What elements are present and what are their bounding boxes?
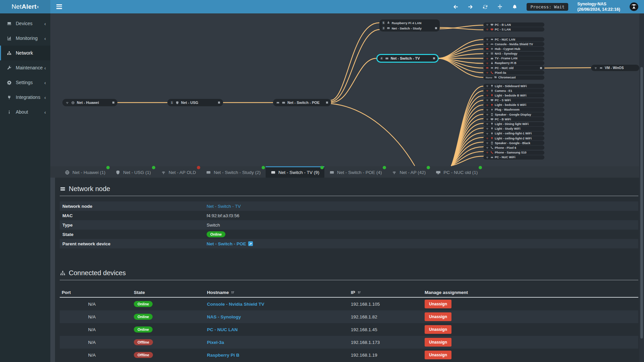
refresh-icon[interactable] bbox=[482, 4, 488, 10]
hamburger-menu-icon[interactable] bbox=[56, 3, 62, 10]
device-pill[interactable]: Camera - E1 bbox=[483, 88, 544, 93]
network-node-pill[interactable]: 5 Raspberry Pi 4 LAN bbox=[379, 20, 440, 25]
device-label: Light - ceiling-light-1 WiFi bbox=[495, 132, 532, 135]
plug-icon bbox=[490, 108, 494, 112]
sort-icon[interactable] bbox=[231, 290, 235, 294]
device-pill[interactable]: Raspberry Pi B bbox=[483, 61, 544, 65]
device-pill[interactable]: Hub - Cygnet Hub bbox=[483, 47, 544, 51]
node-net-switch-poe[interactable]: Net - Switch - POE bbox=[273, 99, 331, 106]
hostname-link[interactable]: Pixel-3a bbox=[207, 340, 351, 345]
state-badge: Online bbox=[134, 314, 153, 320]
ip-cell: 192.168.1.173 bbox=[351, 340, 425, 345]
device-label: Speaker - Google - Black bbox=[495, 141, 530, 145]
unassign-button[interactable]: Unassign bbox=[425, 338, 451, 347]
device-pill[interactable]: Light - bedside B WiFi bbox=[483, 93, 544, 98]
device-pill[interactable]: Light - bedside S WiFi bbox=[483, 103, 544, 107]
col-hostname: Hostname bbox=[207, 290, 229, 295]
node-net-switch-tv-selected[interactable]: 4 Net - Switch - TV bbox=[376, 54, 439, 63]
device-pill[interactable]: PC - NUC LAN bbox=[483, 37, 544, 42]
device-pill[interactable]: PC - B WiFi bbox=[483, 117, 544, 121]
network-tab[interactable]: PC - NUC old (1) bbox=[431, 166, 483, 178]
device-label: Console - Nvidia Shield TV bbox=[495, 43, 533, 46]
detail-link[interactable]: Net - Switch - TV bbox=[207, 204, 241, 209]
sort-icon[interactable] bbox=[357, 290, 361, 294]
node-net-usg[interactable]: 1 Net - USG bbox=[167, 99, 223, 106]
eth-icon bbox=[490, 38, 494, 41]
node-vm-winos[interactable]: VM - WinOS bbox=[591, 65, 639, 71]
arrow-right-icon[interactable] bbox=[468, 4, 473, 10]
topbar: NetAlertx Process: Wait Synology-NAS (26… bbox=[0, 0, 644, 13]
device-pill[interactable]: PC - B LAN bbox=[483, 22, 544, 27]
device-pill[interactable]: Light - Sideboard WiFi bbox=[483, 84, 544, 88]
unassign-button[interactable]: Unassign bbox=[425, 325, 451, 334]
external-link-icon[interactable]: ↗ bbox=[248, 241, 253, 246]
device-pill[interactable]: PC - S LAN bbox=[483, 27, 544, 32]
hostname-link[interactable]: PC - NUC LAN bbox=[207, 327, 351, 332]
network-topology-diagram[interactable]: Net - Huawei 1 Net - USG Net - Switch - … bbox=[50, 13, 644, 166]
node-label: Net - USG bbox=[181, 101, 198, 105]
unassign-button[interactable]: Unassign bbox=[425, 300, 451, 308]
app-logo[interactable]: NetAlertx bbox=[0, 0, 50, 13]
device-pill[interactable]: Console - Nvidia Shield TV bbox=[483, 42, 544, 46]
device-pill[interactable]: Speaker - Google Display bbox=[483, 112, 544, 117]
sidebar-item[interactable]: Maintenance ‹ bbox=[0, 60, 50, 75]
sidebar-item[interactable]: Settings ‹ bbox=[0, 75, 50, 90]
hostname-link[interactable]: Console - Nvidia Shield TV bbox=[207, 302, 351, 307]
parent-node-link[interactable]: Net - Switch - POE bbox=[207, 241, 246, 246]
device-pill[interactable]: Light - ceiling-light-1 WiFi bbox=[483, 131, 544, 136]
device-pill[interactable]: Light - Dining light WiFi bbox=[483, 122, 544, 126]
bell-icon[interactable] bbox=[512, 4, 518, 10]
hostname-link[interactable]: NAS - Synology bbox=[207, 314, 351, 319]
device-pill[interactable]: PC - NUC old bbox=[483, 66, 544, 70]
tab-label: Net - Huawei (1) bbox=[72, 170, 105, 175]
eth-icon bbox=[490, 66, 494, 70]
network-tab[interactable]: Net - USG (1) bbox=[110, 166, 156, 178]
network-tab[interactable]: Net - AP OLD bbox=[156, 166, 201, 178]
sidebar-item[interactable]: Network ‹ bbox=[0, 46, 50, 60]
count-badge: 3 bbox=[382, 26, 385, 30]
avatar[interactable] bbox=[629, 2, 639, 11]
device-pill[interactable]: PC - NUC WiFi bbox=[483, 155, 544, 160]
sidebar-item[interactable]: Devices ‹ bbox=[0, 16, 50, 31]
sidebar-item[interactable]: Monitoring ‹ bbox=[0, 31, 50, 46]
hostname-link[interactable]: Raspberry Pi B bbox=[207, 353, 351, 358]
device-pill[interactable]: Phone - Samsung S10 bbox=[483, 150, 544, 155]
sidebar-item[interactable]: About ‹ bbox=[0, 105, 50, 119]
network-tab[interactable]: Net - Switch - POE (4) bbox=[324, 166, 387, 178]
device-label: PC - S WiFi bbox=[495, 99, 511, 102]
device-pill[interactable]: Plug - Washroom bbox=[483, 108, 544, 112]
network-tab[interactable]: Net - Switch - Study (2) bbox=[201, 166, 266, 178]
content-scrollbar-track[interactable] bbox=[50, 178, 55, 362]
unassign-button[interactable]: Unassign bbox=[425, 312, 451, 321]
raspberry-icon bbox=[490, 62, 494, 65]
device-pill[interactable]: Pixel-3a bbox=[483, 70, 544, 75]
arrow-left-icon[interactable] bbox=[453, 4, 459, 10]
unassign-button[interactable]: Unassign bbox=[425, 351, 451, 359]
wifi-icon bbox=[65, 101, 69, 105]
device-pill[interactable]: Light - ceiling-light-2 WiFi bbox=[483, 136, 544, 140]
device-pill[interactable]: TV - Frame LAN bbox=[483, 56, 544, 61]
device-pill[interactable]: Light - Study WiFi bbox=[483, 127, 544, 131]
device-block-ap-children: Light - Sideboard WiFi Camera - E1 Light… bbox=[483, 84, 544, 160]
node-net-huawei[interactable]: Net - Huawei bbox=[62, 99, 117, 106]
device-label: PC - B WiFi bbox=[495, 118, 511, 121]
switch-icon bbox=[206, 170, 211, 175]
device-pill[interactable]: PC - S WiFi bbox=[483, 98, 544, 103]
device-pill[interactable]: Phone - Pixel 6 bbox=[483, 145, 544, 150]
network-node-pill[interactable]: 3 Net - Switch - Study bbox=[379, 25, 440, 31]
device-pill[interactable]: NAS - Synology bbox=[483, 52, 544, 56]
topology-links bbox=[0, 0, 644, 166]
sidebar-item[interactable]: Integrations ‹ bbox=[0, 90, 50, 105]
device-label: Pixel-3a bbox=[495, 71, 506, 74]
network-tab[interactable]: Net - AP (42) bbox=[387, 166, 431, 178]
move-icon[interactable] bbox=[497, 4, 503, 10]
status-dot bbox=[320, 166, 324, 169]
page-scrollbar[interactable] bbox=[639, 13, 644, 362]
sidebar-item-label: Maintenance bbox=[16, 65, 43, 70]
network-tab[interactable]: Net - Huawei (1) bbox=[60, 166, 110, 178]
device-pill[interactable]: None Chromecast bbox=[483, 75, 544, 80]
scrollbar-thumb[interactable] bbox=[640, 67, 643, 339]
network-tab[interactable]: Net - Switch - TV (9) bbox=[266, 166, 324, 178]
device-pill[interactable]: Speaker - Google - Black bbox=[483, 141, 544, 145]
ethernet-icon bbox=[276, 101, 280, 105]
